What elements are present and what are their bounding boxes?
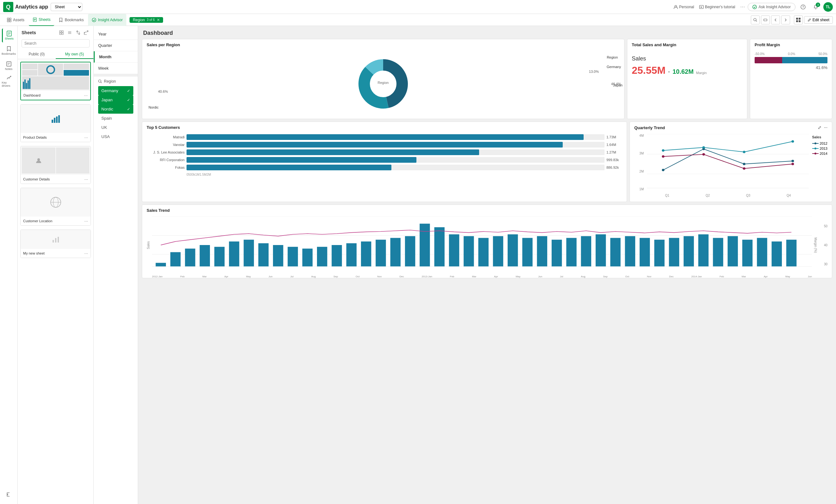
svg-point-62 [702,146,705,149]
region-item-uk[interactable]: UK [98,123,133,132]
ask-insight-advisor-button[interactable]: Ask Insight Advisor [748,3,796,11]
svg-point-26 [10,76,11,77]
tutorial-button[interactable]: Beginner's tutorial [699,5,735,9]
forward-button[interactable] [781,16,790,24]
smart-search-button[interactable] [751,16,760,24]
quarterly-expand-button[interactable]: ⤢ [818,125,821,130]
filter-week[interactable]: Week [94,63,138,74]
nav-assets[interactable]: Assets [3,14,28,26]
expand-svg-icon [84,31,88,35]
svg-rect-79 [156,263,166,266]
left-nav-collapse[interactable] [2,487,16,502]
svg-point-57 [662,169,664,171]
svg-point-65 [662,155,664,158]
svg-point-4 [753,5,757,9]
grid-view-button[interactable] [794,16,803,24]
edit-sheet-button[interactable]: Edit sheet [804,16,833,24]
sort-icon[interactable] [74,29,81,36]
region-item-usa[interactable]: USA [98,132,133,141]
help-button[interactable]: ? [798,2,808,12]
svg-rect-80 [170,252,180,267]
filter-year[interactable]: Year [94,28,138,40]
back-button[interactable] [771,16,780,24]
sheet-item-customer-location[interactable]: Customer Location ··· [20,188,91,226]
margin-value: 10.62M [672,68,694,75]
sheet-item-dashboard[interactable]: Dashboard ··· [20,62,91,100]
insight-icon [753,5,757,9]
total-sales-title: Total Sales and Margin [632,42,677,47]
sheet-menu-button-5[interactable]: ··· [84,251,88,256]
region-tag[interactable]: Region 3 of 6 ✕ [130,17,163,23]
svg-point-59 [743,163,745,165]
sheets-nav-label: Sheets [5,37,14,40]
svg-rect-29 [59,33,61,35]
left-nav-bookmarks[interactable]: Bookmarks [2,44,16,58]
check-germany: ✓ [127,89,130,93]
svg-rect-105 [537,236,547,267]
nav-bookmarks[interactable]: Bookmarks [55,14,88,26]
left-nav-notes[interactable]: Notes [2,59,16,73]
nav-insight-advisor[interactable]: Insight Advisor [88,14,126,26]
selection-toolbar-button[interactable] [761,16,770,24]
svg-point-63 [743,151,745,153]
legend-item-2014: 2014 [812,152,828,155]
top5-header: Top 5 Customers [142,122,627,132]
quarterly-legend-title: Sales [812,135,828,139]
svg-text:?: ? [802,5,804,9]
sheet-item-customer-details[interactable]: Customer Details ··· [20,146,91,184]
svg-rect-81 [185,249,195,266]
sheets-search-input[interactable] [21,39,90,47]
tab-public[interactable]: Public (0) [18,50,56,59]
bar-row-jslee: J. S. Lee Associates 1.27M [147,150,622,155]
quarterly-menu-button[interactable]: ··· [824,125,828,130]
region-item-germany[interactable]: Germany ✓ [98,86,133,95]
globe-icon [50,196,62,209]
svg-rect-89 [302,249,312,266]
list-view-icon[interactable] [66,29,73,36]
sales-dash: - [668,68,670,75]
region-item-nordic[interactable]: Nordic ✓ [98,104,133,114]
sheet-menu-button[interactable]: ··· [84,93,88,98]
sales-value: 25.55M [632,64,666,76]
filter-quarter[interactable]: Quarter [94,40,138,51]
sheet-selector[interactable]: Sheet [51,3,82,11]
sales-label: Sales [632,55,743,62]
left-nav-key-drivers[interactable]: Key drivers [2,74,16,88]
personal-button[interactable]: Personal [673,5,694,9]
region-item-spain[interactable]: Spain [98,114,133,123]
nav-sheets[interactable]: Sheets [29,14,54,26]
expand-sheets-icon[interactable] [83,29,90,36]
svg-rect-109 [596,234,606,266]
svg-point-67 [743,167,745,170]
grid-view-svg-icon [59,31,64,35]
sheet-footer-4: Customer Location ··· [21,216,91,226]
app-name: Analytics app [15,4,48,10]
svg-rect-101 [478,238,488,267]
sheet-menu-button-4[interactable]: ··· [84,218,88,224]
region-filter-tag: Region 3 of 6 ✕ [130,17,163,23]
profit-margin-header: Profit Margin [750,39,832,49]
sales-trend-card: Sales Trend Sales [142,205,832,278]
sheet-name-3: Customer Details [23,177,50,181]
sheet-menu-button-2[interactable]: ··· [84,135,88,140]
user-avatar[interactable]: TL [823,2,833,12]
svg-point-72 [815,148,816,150]
quarterly-chart-svg [647,134,809,194]
sheets-panel-header: Sheets [18,26,93,38]
tab-my-own[interactable]: My own (5) [56,50,94,59]
region-item-japan[interactable]: Japan ✓ [98,95,133,104]
svg-rect-92 [346,243,357,266]
sheet-footer-2: Product Details ··· [21,133,91,142]
notes-nav-icon [6,61,12,67]
sheet-footer-5: My new sheet ··· [21,249,91,258]
sheet-menu-button-3[interactable]: ··· [84,177,88,182]
grid-view-icon[interactable] [58,29,65,36]
svg-rect-115 [684,236,694,267]
left-nav-sheets[interactable]: Sheets [2,28,16,42]
notifications-button[interactable]: 3 [811,2,821,12]
sheet-item-product-details[interactable]: Product Details ··· [20,104,91,142]
sheet-item-my-new-sheet[interactable]: My new sheet ··· [20,230,91,258]
bar-track-matradi [187,134,605,140]
filter-month[interactable]: Month [94,51,138,63]
region-tag-close-button[interactable]: ✕ [157,18,160,22]
